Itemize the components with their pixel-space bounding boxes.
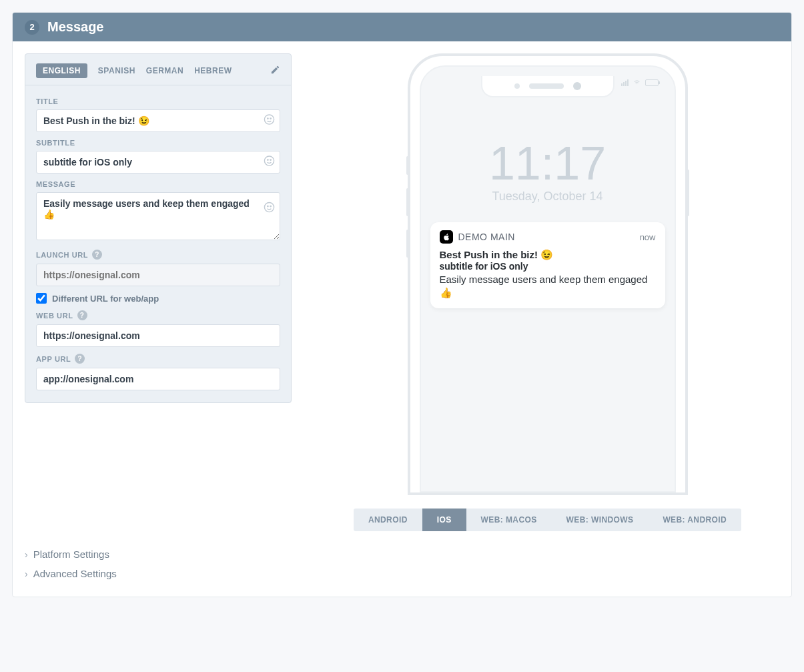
notification-title: Best Push in the biz! 😉 (440, 249, 656, 261)
message-card: 2 Message ENGLISH SPANISH GERMAN HEBREW … (12, 12, 792, 597)
app-url-label: APP URL ? (36, 354, 280, 364)
emoji-picker-icon[interactable] (264, 114, 275, 128)
different-url-checkbox[interactable] (36, 293, 47, 304)
help-icon[interactable]: ? (77, 310, 87, 320)
svg-point-5 (270, 159, 271, 160)
notification-app-name: DEMO MAIN (458, 232, 515, 242)
title-label: TITLE (36, 97, 280, 105)
lock-screen-date: Tuesday, October 14 (421, 190, 675, 204)
card-header: 2 Message (13, 13, 791, 41)
language-tab-german[interactable]: GERMAN (146, 66, 183, 75)
emoji-picker-icon[interactable] (264, 202, 275, 216)
launch-url-label: LAUNCH URL ? (36, 250, 280, 260)
subtitle-input[interactable] (36, 151, 280, 174)
platform-tab-web-macos[interactable]: WEB: MACOS (466, 509, 552, 531)
launch-url-input[interactable] (36, 264, 280, 286)
web-url-label-text: WEB URL (36, 312, 73, 320)
subtitle-label: SUBTITLE (36, 139, 280, 147)
svg-point-7 (268, 206, 268, 206)
language-tabs: ENGLISH SPANISH GERMAN HEBREW (25, 54, 291, 85)
wifi-icon (633, 79, 641, 87)
collapsible-sections: › Platform Settings › Advanced Settings (13, 531, 791, 597)
emoji-picker-icon[interactable] (264, 155, 275, 170)
svg-point-1 (268, 118, 268, 119)
notification-subtitle: subtitle for iOS only (440, 261, 656, 272)
platform-tab-web-windows[interactable]: WEB: WINDOWS (552, 509, 649, 531)
platform-preview-tabs: ANDROID IOS WEB: MACOS WEB: WINDOWS WEB:… (354, 509, 741, 531)
web-url-input[interactable] (36, 324, 280, 347)
chevron-right-icon: › (25, 549, 28, 560)
platform-settings-toggle[interactable]: › Platform Settings (25, 545, 779, 564)
launch-url-label-text: LAUNCH URL (36, 251, 88, 259)
phone-mockup: 11:17 Tuesday, October 14 DEMO MAIN now … (408, 53, 688, 495)
different-url-label: Different URL for web/app (52, 294, 159, 304)
message-label: MESSAGE (36, 180, 280, 188)
notification-time: now (640, 232, 656, 242)
preview-panel: 11:17 Tuesday, October 14 DEMO MAIN now … (304, 41, 791, 531)
platform-tab-web-android[interactable]: WEB: ANDROID (648, 509, 741, 531)
help-icon[interactable]: ? (75, 354, 85, 364)
signal-icon (621, 79, 629, 86)
app-url-input[interactable] (36, 368, 280, 390)
notification-message: Easily message users and keep them engag… (440, 273, 656, 300)
svg-point-0 (264, 115, 274, 124)
platform-tab-ios[interactable]: IOS (422, 509, 466, 531)
step-number-badge: 2 (25, 20, 39, 35)
app-url-label-text: APP URL (36, 355, 71, 363)
edit-languages-icon[interactable] (270, 65, 280, 77)
status-bar-icons (621, 79, 659, 87)
phone-notch (481, 76, 615, 97)
app-icon (440, 230, 453, 244)
language-tab-english[interactable]: ENGLISH (36, 63, 87, 78)
platform-settings-label: Platform Settings (33, 549, 109, 560)
language-tab-hebrew[interactable]: HEBREW (194, 66, 232, 75)
message-textarea[interactable]: Easily message users and keep them engag… (36, 192, 280, 240)
message-form-panel: ENGLISH SPANISH GERMAN HEBREW TITLE (25, 53, 292, 403)
advanced-settings-toggle[interactable]: › Advanced Settings (25, 564, 779, 583)
card-title: Message (47, 19, 104, 35)
web-url-label: WEB URL ? (36, 310, 280, 320)
svg-point-4 (268, 159, 268, 160)
lock-screen-time: 11:17 (421, 140, 675, 187)
svg-point-6 (264, 202, 274, 212)
title-input[interactable] (36, 109, 280, 132)
notification-preview: DEMO MAIN now Best Push in the biz! 😉 su… (430, 222, 665, 308)
chevron-right-icon: › (25, 569, 28, 579)
svg-point-3 (264, 156, 274, 165)
battery-icon (645, 79, 659, 86)
platform-tab-android[interactable]: ANDROID (354, 509, 422, 531)
help-icon[interactable]: ? (92, 250, 102, 260)
language-tab-spanish[interactable]: SPANISH (98, 66, 135, 75)
svg-point-2 (270, 118, 271, 119)
advanced-settings-label: Advanced Settings (33, 568, 117, 579)
svg-point-8 (270, 206, 271, 206)
